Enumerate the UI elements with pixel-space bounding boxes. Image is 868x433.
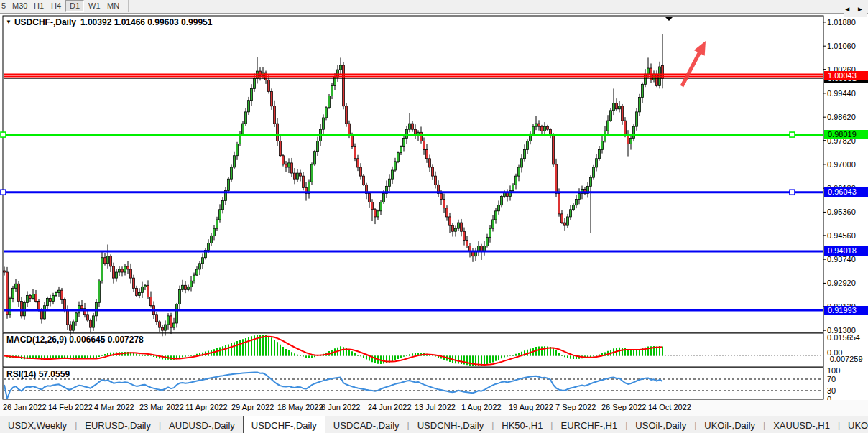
candle-body-bull xyxy=(492,220,494,228)
candle-body-bull xyxy=(601,141,604,149)
candle-body-bear xyxy=(90,320,92,327)
candle-body-bull xyxy=(288,163,290,167)
chart-tab-hk50-h1[interactable]: HK50-,H1 xyxy=(494,416,550,433)
candle-body-bull xyxy=(380,202,382,211)
candle-body-bull xyxy=(377,211,379,217)
candle-body-bear xyxy=(346,106,348,124)
candle-body-bull xyxy=(532,126,535,134)
rsi-axis-100: 100 xyxy=(827,367,840,375)
price-tick-label: 0.99440 xyxy=(827,89,856,98)
candle-body-bull xyxy=(403,138,405,146)
candle-body-bull xyxy=(633,126,635,138)
rsi-axis-30: 30 xyxy=(827,387,836,395)
chart-symbol-label: USDCHF-,Daily xyxy=(14,17,76,27)
candle-body-bull xyxy=(228,179,230,190)
hline-price-flag: 0.98019 xyxy=(824,130,868,139)
chart-tab-usdcnh-daily[interactable]: USDCNH-,Daily xyxy=(410,416,491,433)
candle-body-bull xyxy=(52,295,55,301)
candle-body-bull xyxy=(489,228,491,237)
chart-canvas[interactable] xyxy=(0,0,868,433)
candle-body-bear xyxy=(282,156,285,164)
candle-body-bull xyxy=(196,269,198,275)
chart-tab-usoil-daily[interactable]: USOil-,Daily xyxy=(627,416,694,433)
hline-price-flag: 0.96043 xyxy=(824,187,868,197)
candle-body-bull xyxy=(44,306,46,319)
chart-tab-audusd-daily[interactable]: AUDUSD-,Daily xyxy=(161,416,243,433)
candle-body-bear xyxy=(133,278,135,288)
candle-body-bear xyxy=(466,240,468,246)
chart-tab-usdcad-daily[interactable]: USDCAD-,Daily xyxy=(326,416,407,433)
candle-body-bull xyxy=(216,220,218,228)
candle-body-bull xyxy=(521,159,523,167)
candle-body-bull xyxy=(604,131,606,141)
candle-body-bear xyxy=(274,106,276,124)
candle-body-bear xyxy=(61,290,63,299)
candle-body-bear xyxy=(67,310,69,325)
candle-body-bull xyxy=(297,173,299,179)
candle-body-bull xyxy=(642,84,644,97)
candle-body-bull xyxy=(9,299,11,315)
candle-body-bull xyxy=(596,159,598,167)
bar-marker-triangle-icon xyxy=(665,17,673,21)
candle-body-bull xyxy=(400,147,402,153)
candle-body-bull xyxy=(590,177,592,186)
candle-body-bull xyxy=(392,170,394,179)
candle-body-bear xyxy=(280,141,282,155)
candle-body-bear xyxy=(452,225,454,231)
rsi-pane[interactable] xyxy=(3,368,823,399)
chart-title: ▼USDCHF-,Daily1.00392 1.01466 0.99603 0.… xyxy=(6,17,212,27)
candle-body-bull xyxy=(222,201,224,210)
candle-body-bear xyxy=(616,103,618,109)
candle-body-bear xyxy=(435,176,437,185)
line-handle[interactable] xyxy=(790,190,795,195)
chart-tab-eurchf-h1[interactable]: EURCHF-,H1 xyxy=(553,416,625,433)
date-tick-label: 11 Apr 2022 xyxy=(185,403,228,411)
trend-arrow-annotation[interactable] xyxy=(680,41,706,87)
chart-tab-usdx-weekly[interactable]: USDX,Weekly xyxy=(0,416,75,433)
chart-tab-ukoil-daily[interactable]: UKOil-,Daily xyxy=(840,416,868,433)
candle-body-bull xyxy=(501,197,503,205)
candle-body-bear xyxy=(354,147,356,159)
candle-body-bull xyxy=(142,287,144,292)
tab-scroll-left-icon[interactable]: ◄ xyxy=(844,5,851,13)
candle-body-bear xyxy=(357,159,359,167)
candle-body-bear xyxy=(162,327,164,330)
candle-body-bull xyxy=(389,179,391,186)
line-handle[interactable] xyxy=(1,190,6,195)
candle-body-bull xyxy=(599,150,601,159)
candle-body-bear xyxy=(472,252,474,256)
price-tick-label: 0.98620 xyxy=(827,113,856,121)
tab-scroll-right-icon[interactable]: ► xyxy=(857,5,864,13)
candle-body-bear xyxy=(553,135,555,164)
candle-body-bear xyxy=(130,269,132,278)
line-handle[interactable] xyxy=(790,132,795,137)
candle-body-bull xyxy=(645,74,647,84)
line-handle[interactable] xyxy=(1,132,6,137)
macd-pane-label: MACD(12,26,9) 0.006645 0.007278 xyxy=(6,335,144,345)
chart-dropdown-icon[interactable]: ▼ xyxy=(6,19,11,25)
candle-body-bear xyxy=(561,214,563,223)
candle-body-bull xyxy=(73,322,75,330)
candle-body-bear xyxy=(360,167,362,176)
candle-body-bull xyxy=(245,112,247,124)
chart-tab-xauusd-h1[interactable]: XAUUSD-,H1 xyxy=(765,416,838,433)
date-tick-label: 23 Mar 2022 xyxy=(139,403,184,411)
candle-body-bear xyxy=(443,200,445,208)
candle-body-bull xyxy=(326,108,328,118)
candle-body-bull xyxy=(93,316,95,327)
candle-body-bull xyxy=(193,275,195,281)
chart-tab-ukoil-daily[interactable]: UKOil-,Daily xyxy=(696,416,763,433)
candle-body-bear xyxy=(18,284,20,301)
chart-tab-usdchf-daily[interactable]: USDCHF-,Daily xyxy=(243,416,326,433)
candle-body-bull xyxy=(340,65,342,70)
candle-body-bear xyxy=(446,208,448,217)
time-axis[interactable]: 26 Jan 202214 Feb 20224 Mar 202223 Mar 2… xyxy=(0,400,868,416)
candle-body-bear xyxy=(564,223,566,225)
main-price-pane[interactable] xyxy=(3,16,823,332)
candle-body-bull xyxy=(512,185,514,190)
date-tick-label: 14 Feb 2022 xyxy=(48,403,93,411)
tab-scroll-buttons: ◄ ► xyxy=(844,0,867,17)
candle-body-bull xyxy=(317,141,319,151)
chart-tab-eurusd-daily[interactable]: EURUSD-,Daily xyxy=(77,416,159,433)
candle-body-bear xyxy=(150,297,152,306)
